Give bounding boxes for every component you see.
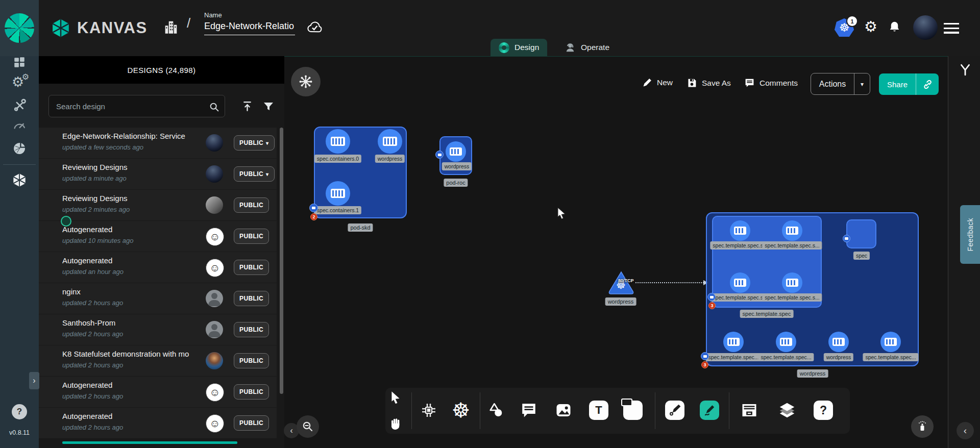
node-template-container-1[interactable] bbox=[782, 220, 802, 241]
node-deploy-container-3[interactable] bbox=[880, 332, 901, 352]
import-design-icon[interactable] bbox=[241, 100, 254, 113]
drawer-tool-button[interactable] bbox=[740, 401, 758, 419]
design-title: Santhosh-Prom bbox=[62, 318, 201, 327]
user-avatar[interactable] bbox=[913, 15, 938, 40]
cursor-arrow-icon bbox=[389, 390, 402, 404]
views-flyout-button[interactable] bbox=[959, 63, 972, 77]
spec-info-badge[interactable] bbox=[843, 235, 850, 242]
node-deploy-container-1[interactable] bbox=[776, 332, 796, 352]
deployment-error-badge[interactable]: 3 bbox=[701, 361, 708, 368]
panel-expand-handle[interactable]: › bbox=[29, 372, 39, 389]
design-list-item[interactable]: Autogenerated updated an hour ago ☺ PUBL… bbox=[39, 252, 277, 283]
node-template-container-3[interactable] bbox=[782, 272, 802, 293]
design-list-item[interactable]: Reviewing Designs updated 2 minutes ago … bbox=[39, 190, 277, 220]
design-name-input[interactable] bbox=[204, 21, 295, 35]
visibility-chip[interactable]: PUBLIC bbox=[234, 322, 269, 337]
sidebar-help-button[interactable]: ? bbox=[0, 404, 39, 419]
menu-hamburger-icon[interactable] bbox=[944, 23, 959, 34]
node-deploy-container-0[interactable] bbox=[723, 332, 744, 352]
visibility-chip[interactable]: PUBLIC ▾ bbox=[234, 135, 275, 151]
shapes-tool-button[interactable] bbox=[487, 402, 505, 419]
sidebar-item-extensions[interactable] bbox=[0, 172, 39, 188]
node-template-container-2[interactable] bbox=[730, 272, 750, 293]
select-tool-button[interactable] bbox=[389, 390, 402, 404]
visibility-chip[interactable]: PUBLIC bbox=[234, 229, 269, 244]
pod-roc-info-badge[interactable] bbox=[435, 151, 444, 159]
designs-scrollbar[interactable] bbox=[280, 128, 283, 394]
visibility-chip[interactable]: PUBLIC bbox=[234, 415, 269, 431]
node-spec[interactable] bbox=[846, 219, 876, 248]
node-container-1[interactable] bbox=[326, 181, 350, 206]
search-icon[interactable] bbox=[209, 102, 220, 113]
visibility-chip[interactable]: PUBLIC bbox=[234, 353, 269, 368]
share-split-button[interactable]: Share bbox=[879, 73, 939, 95]
design-list-item[interactable]: Autogenerated updated 10 minutes ago ☺ P… bbox=[39, 221, 277, 252]
pod-skd-info-badge[interactable] bbox=[309, 204, 318, 212]
notifications-bell-icon[interactable] bbox=[888, 20, 901, 34]
organization-icon[interactable] bbox=[162, 18, 180, 36]
text-tool-button[interactable]: T bbox=[589, 401, 608, 420]
tab-design[interactable]: Design bbox=[491, 39, 547, 56]
design-list-item[interactable]: nginx updated 2 hours ago PUBLIC bbox=[39, 283, 277, 314]
design-list-item[interactable]: Autogenerated updated 2 hours ago ☺ PUBL… bbox=[39, 377, 277, 407]
meshery-snowflake-button[interactable] bbox=[291, 67, 321, 96]
node-deploy-container-2[interactable] bbox=[828, 332, 849, 352]
sidebar-item-dashboard[interactable] bbox=[0, 55, 39, 70]
actions-split-button[interactable]: Actions ▾ bbox=[811, 73, 870, 95]
visibility-chip[interactable]: PUBLIC bbox=[234, 291, 269, 306]
pod-skd-error-badge[interactable]: 2 bbox=[310, 213, 317, 220]
collapse-dock-button[interactable]: ‹ bbox=[957, 422, 974, 439]
help-tool-button[interactable]: ? bbox=[814, 401, 833, 420]
save-as-button[interactable]: Save As bbox=[687, 78, 731, 88]
copy-link-icon[interactable] bbox=[916, 79, 939, 90]
actions-label: Actions bbox=[811, 80, 854, 89]
design-list-item[interactable]: Santhosh-Prom updated 2 hours ago PUBLIC bbox=[39, 314, 277, 345]
note-tool-button[interactable] bbox=[623, 401, 643, 420]
pan-tool-button[interactable] bbox=[389, 417, 402, 430]
node-label: spec.template.spec.s... bbox=[762, 293, 822, 302]
sidebar-item-catalog[interactable] bbox=[0, 141, 39, 156]
node-template-container-0[interactable] bbox=[730, 220, 750, 241]
components-tool-button[interactable] bbox=[420, 401, 438, 419]
template-info-badge[interactable] bbox=[707, 293, 716, 301]
actions-caret-icon[interactable]: ▾ bbox=[854, 81, 870, 88]
design-list-item[interactable]: K8 Statefulset demonstration with mo upd… bbox=[39, 345, 277, 376]
design-title: Reviewing Designs bbox=[62, 163, 201, 171]
kubernetes-tool-button[interactable]: ☸ bbox=[452, 400, 470, 420]
avatar bbox=[206, 352, 223, 369]
edge-pen-tool-button[interactable] bbox=[665, 401, 684, 420]
filter-icon[interactable] bbox=[262, 101, 275, 113]
toolbar-divider bbox=[480, 392, 480, 429]
sidebar-item-performance[interactable] bbox=[0, 118, 39, 133]
visibility-chip[interactable]: PUBLIC bbox=[234, 260, 269, 275]
design-list-item[interactable]: Reviewing Designs updated a minute ago P… bbox=[39, 159, 277, 189]
deployment-info-badge[interactable] bbox=[701, 352, 709, 360]
visibility-chip[interactable]: PUBLIC bbox=[234, 384, 269, 400]
new-button[interactable]: New bbox=[642, 78, 673, 88]
sidebar-item-lifecycle[interactable]: ⚙ ⚙ bbox=[0, 76, 39, 91]
design-list-item[interactable]: Edge-Network-Relationship: Service updat… bbox=[39, 128, 277, 158]
visibility-chip[interactable]: PUBLIC ▾ bbox=[234, 166, 275, 182]
annotation-tool-button[interactable] bbox=[520, 402, 537, 419]
node-container-wordpress[interactable] bbox=[446, 141, 466, 162]
tab-operate[interactable]: Operate bbox=[556, 39, 618, 56]
new-label: New bbox=[657, 78, 673, 87]
settings-gear-icon[interactable]: ⚙ bbox=[864, 19, 877, 34]
feedback-tab[interactable]: Feedback bbox=[960, 205, 980, 264]
layers-tool-button[interactable] bbox=[777, 401, 797, 420]
design-list-item[interactable]: Autogenerated updated 2 hours ago ☺ PUBL… bbox=[39, 408, 277, 438]
node-container-wordpress[interactable] bbox=[378, 129, 402, 154]
search-design-input[interactable] bbox=[48, 95, 225, 117]
meshery-logo-button[interactable] bbox=[0, 0, 39, 56]
component-chip-icon bbox=[420, 401, 438, 419]
whiteboard-spray-button[interactable] bbox=[911, 415, 934, 438]
comments-button[interactable]: Comments bbox=[744, 78, 798, 88]
visibility-chip[interactable]: PUBLIC bbox=[234, 197, 269, 213]
avatar bbox=[206, 134, 223, 152]
freehand-draw-tool-button[interactable] bbox=[700, 401, 719, 420]
template-error-badge[interactable]: 3 bbox=[708, 302, 716, 309]
zoom-control-button[interactable] bbox=[297, 415, 319, 438]
sidebar-item-configuration[interactable] bbox=[0, 97, 39, 113]
image-tool-button[interactable] bbox=[554, 401, 573, 419]
node-container-0[interactable] bbox=[326, 129, 350, 154]
